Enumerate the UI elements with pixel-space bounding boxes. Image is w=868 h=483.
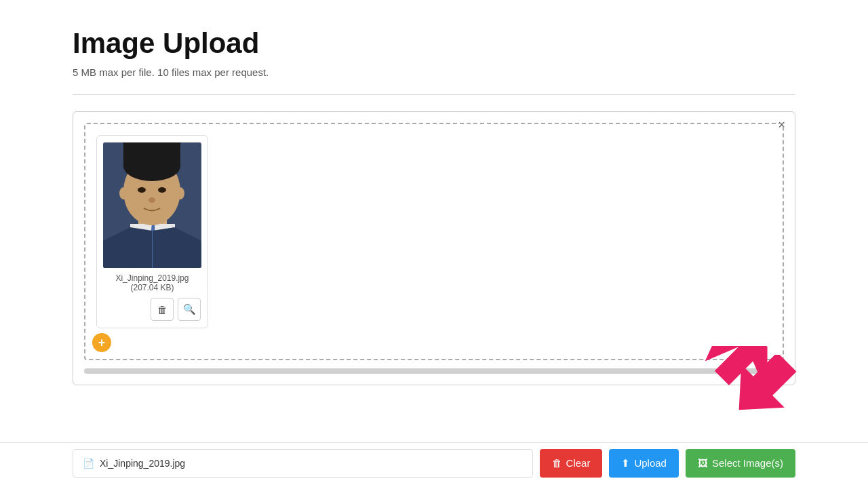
svg-point-13 — [176, 187, 184, 199]
bottom-bar: 📄 Xi_Jinping_2019.jpg 🗑 Clear ⬆ Upload 🖼… — [0, 442, 868, 483]
trash-icon: 🗑 — [552, 457, 562, 469]
page-title: Image Upload — [73, 27, 795, 60]
image-filename: Xi_Jinping_2019.jpg — [115, 273, 189, 283]
svg-point-12 — [119, 187, 127, 199]
clear-label: Clear — [566, 457, 591, 469]
image-preview — [103, 142, 201, 268]
image-thumbnail — [103, 142, 201, 268]
drop-zone[interactable]: Xi_Jinping_2019.jpg (207.04 KB) 🗑 🔍 + — [84, 123, 784, 360]
clear-button[interactable]: 🗑 Clear — [540, 449, 603, 478]
selected-filename: Xi_Jinping_2019.jpg — [100, 458, 185, 469]
upload-label: Upload — [634, 457, 667, 469]
filename-display: 📄 Xi_Jinping_2019.jpg — [73, 449, 533, 478]
select-images-button[interactable]: 🖼 Select Image(s) — [686, 449, 795, 478]
scrollbar-track[interactable] — [84, 368, 784, 374]
upload-panel: × — [73, 111, 795, 385]
upload-button[interactable]: ⬆ Upload — [609, 449, 679, 478]
divider — [73, 94, 795, 95]
svg-point-11 — [149, 197, 155, 203]
select-label: Select Image(s) — [712, 457, 783, 469]
add-more-button[interactable]: + — [92, 333, 111, 352]
file-icon: 📄 — [83, 458, 94, 469]
svg-point-9 — [138, 187, 146, 193]
svg-rect-8 — [123, 142, 180, 166]
image-card: Xi_Jinping_2019.jpg (207.04 KB) 🗑 🔍 — [96, 135, 208, 328]
card-actions: 🗑 🔍 — [104, 298, 201, 321]
image-filesize: (207.04 KB) — [130, 283, 174, 292]
page-subtitle: 5 MB max per file. 10 files max per requ… — [73, 66, 795, 78]
upload-icon: ⬆ — [621, 457, 630, 469]
svg-point-10 — [158, 187, 166, 193]
image-icon: 🖼 — [698, 457, 708, 469]
zoom-button[interactable]: 🔍 — [178, 298, 201, 321]
delete-button[interactable]: 🗑 — [151, 298, 174, 321]
